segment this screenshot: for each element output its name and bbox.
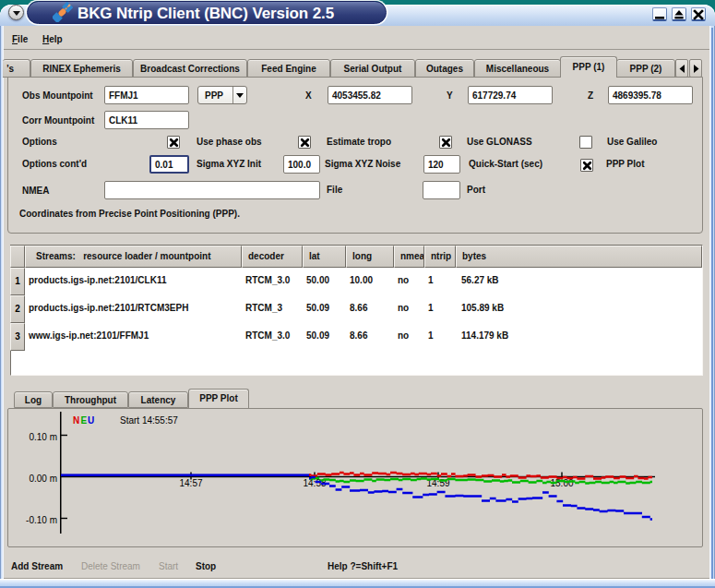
svg-text:-0.10 m: -0.10 m — [26, 515, 57, 525]
svg-text:0.10 m: 0.10 m — [29, 432, 57, 442]
svg-text:0.00 m: 0.00 m — [29, 474, 57, 484]
svg-text:N: N — [73, 415, 79, 426]
svg-text:E: E — [81, 415, 88, 426]
svg-text:14:57: 14:57 — [179, 478, 202, 488]
svg-text:U: U — [88, 415, 94, 426]
svg-text:Start 14:55:57: Start 14:55:57 — [120, 415, 178, 426]
